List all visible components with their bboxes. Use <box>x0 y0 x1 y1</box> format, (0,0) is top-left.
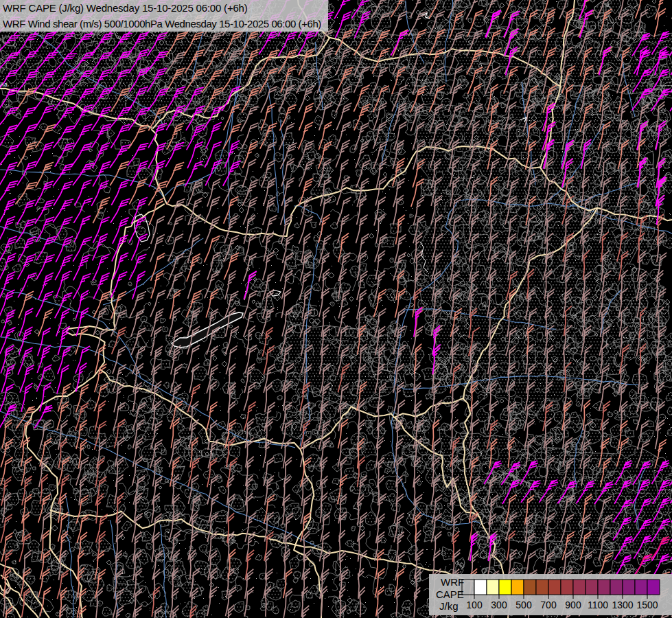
svg-text:100: 100 <box>466 599 483 610</box>
svg-text:WRF: WRF <box>441 576 464 588</box>
svg-text:1100: 1100 <box>588 599 608 610</box>
svg-text:1300: 1300 <box>612 599 633 610</box>
svg-text:500: 500 <box>515 599 532 610</box>
svg-text:CAPE: CAPE <box>436 588 464 600</box>
svg-text:WRF CAPE (J/kg) Wednesday 15-1: WRF CAPE (J/kg) Wednesday 15-10-2025 06:… <box>3 2 248 14</box>
svg-text:J/kg: J/kg <box>439 600 459 612</box>
svg-text:300: 300 <box>491 599 507 610</box>
svg-text:WRF Wind shear (m/s) 500/1000h: WRF Wind shear (m/s) 500/1000hPa Wednesd… <box>3 18 321 30</box>
svg-text:Aa: Aa <box>0 81 8 88</box>
svg-text:900: 900 <box>565 599 581 610</box>
svg-text:1500: 1500 <box>636 599 658 610</box>
svg-text:700: 700 <box>540 599 557 610</box>
